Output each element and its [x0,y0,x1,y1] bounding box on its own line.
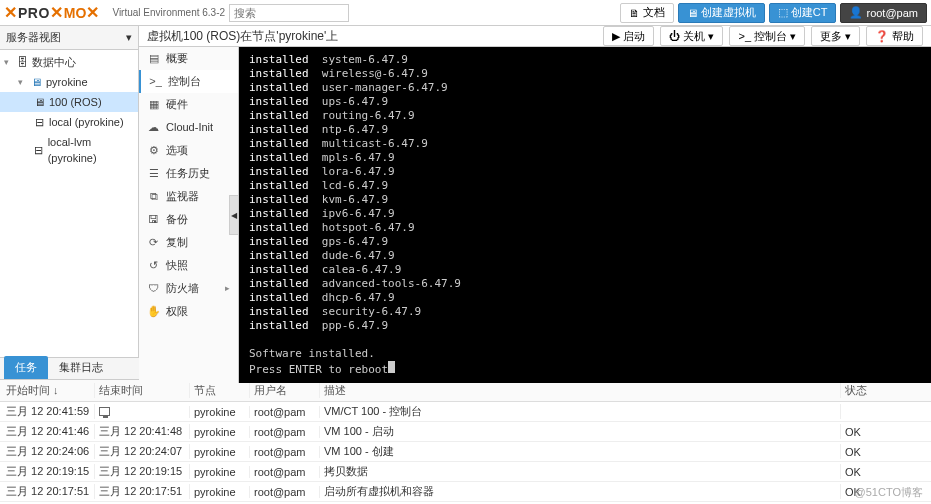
play-icon: ▶ [612,30,620,43]
task-row[interactable]: 三月 12 20:17:51三月 12 20:17:51pyrokineroot… [0,482,931,502]
chevron-right-icon: ▸ [225,281,230,296]
logo-text-2: MO [64,5,87,21]
breadcrumb-bar: 虚拟机100 (ROS)在节点'pyrokine'上 ▶启动 ⏻关机 ▾ >_控… [139,26,931,47]
save-icon: 🖫 [147,212,160,227]
col-user[interactable]: 用户名 [250,383,320,398]
col-desc[interactable]: 描述 [320,383,841,398]
tab-console[interactable]: >_控制台 [139,70,238,93]
task-row[interactable]: 三月 12 20:41:46三月 12 20:41:48pyrokineroot… [0,422,931,442]
monitor-icon: 🖥 [32,95,46,109]
tab-cluster-log[interactable]: 集群日志 [48,356,114,379]
tree-datacenter[interactable]: ▾🗄数据中心 [0,52,138,72]
hand-icon: ✋ [147,304,160,319]
documentation-button[interactable]: 🗎文档 [620,3,674,23]
tab-summary[interactable]: ▤概要 [139,47,238,70]
col-status[interactable]: 状态 [841,383,931,398]
list-icon: ☰ [147,166,160,181]
task-log-header: 开始时间 ↓ 结束时间 节点 用户名 描述 状态 [0,380,931,402]
tab-permissions[interactable]: ✋权限 [139,300,238,323]
version-label: Virtual Environment 6.3-2 [112,7,225,18]
collapse-sidebar-button[interactable]: ◀ [229,195,239,235]
help-icon: ❓ [875,30,889,43]
server-icon: 🖥 [29,75,43,89]
tab-tasks[interactable]: 任务 [4,356,48,379]
running-icon [99,407,110,416]
logo-x-icon-2: ✕ [50,3,63,22]
resource-tree-panel: 服务器视图 ▾ ▾🗄数据中心 ▾🖥pyrokine 🖥100 (ROS) ⊟lo… [0,26,139,357]
tree-storage-local[interactable]: ⊟local (pyrokine) [0,112,138,132]
chevron-down-icon: ▾ [845,30,851,43]
tab-monitor[interactable]: ⧉监视器 [139,185,238,208]
tab-firewall[interactable]: 🛡防火墙 ▸ [139,277,238,300]
tree-storage-local-lvm[interactable]: ⊟local-lvm (pyrokine) [0,132,138,168]
tab-cloudinit[interactable]: ☁Cloud-Init [139,116,238,139]
proxmox-logo: ✕ PRO ✕ MO ✕ [4,3,100,22]
power-icon: ⏻ [669,30,680,42]
logo-x-icon-3: ✕ [86,3,99,22]
help-button[interactable]: ❓帮助 [866,26,923,46]
cube-icon: ⬚ [778,6,788,19]
more-button[interactable]: 更多 ▾ [811,26,860,46]
chevron-down-icon: ▾ [790,30,796,43]
tab-snapshot[interactable]: ↺快照 [139,254,238,277]
search-input[interactable] [229,4,349,22]
sync-icon: ⟳ [147,235,160,250]
task-row[interactable]: 三月 12 20:41:59pyrokineroot@pamVM/CT 100 … [0,402,931,422]
vm-console[interactable]: installed system-6.47.9 installed wirele… [239,47,931,383]
col-start-time[interactable]: 开始时间 ↓ [0,383,95,398]
cloud-icon: ☁ [147,120,160,135]
create-vm-button[interactable]: 🖥创建虚拟机 [678,3,765,23]
resource-tree: ▾🗄数据中心 ▾🖥pyrokine 🖥100 (ROS) ⊟local (pyr… [0,50,138,357]
user-icon: 👤 [849,6,863,19]
task-row[interactable]: 三月 12 20:24:06三月 12 20:24:07pyrokineroot… [0,442,931,462]
datacenter-icon: 🗄 [15,55,29,69]
disk-icon: ⊟ [32,115,46,129]
monitor-icon: 🖥 [687,7,698,19]
tab-task-history[interactable]: ☰任务历史 [139,162,238,185]
tab-replication[interactable]: ⟳复制 [139,231,238,254]
chip-icon: ▦ [147,97,160,112]
gear-icon: ⚙ [147,143,160,158]
doc-icon: 🗎 [629,7,640,19]
view-selector[interactable]: 服务器视图 ▾ [0,26,138,50]
tree-node-pyrokine[interactable]: ▾🖥pyrokine [0,72,138,92]
start-button[interactable]: ▶启动 [603,26,654,46]
vm-side-tabs: ▤概要 >_控制台 ▦硬件 ☁Cloud-Init ⚙选项 ☰任务历史 ⧉监视器… [139,47,239,383]
note-icon: ▤ [147,51,160,66]
tab-options[interactable]: ⚙选项 [139,139,238,162]
chevron-down-icon: ▾ [126,31,132,44]
console-button[interactable]: >_控制台 ▾ [729,26,805,46]
create-ct-button[interactable]: ⬚创建CT [769,3,837,23]
tab-backup[interactable]: 🖫备份 [139,208,238,231]
user-menu-button[interactable]: 👤root@pam [840,3,927,23]
logo-x-icon: ✕ [4,3,17,22]
chevron-down-icon: ▾ [708,30,714,43]
disk-icon: ⊟ [32,143,45,157]
tab-hardware[interactable]: ▦硬件 [139,93,238,116]
view-label: 服务器视图 [6,30,61,45]
header-bar: ✕ PRO ✕ MO ✕ Virtual Environment 6.3-2 🗎… [0,0,931,26]
tree-vm-100[interactable]: 🖥100 (ROS) [0,92,138,112]
chart-icon: ⧉ [147,189,160,204]
shutdown-button[interactable]: ⏻关机 ▾ [660,26,723,46]
history-icon: ↺ [147,258,160,273]
col-end-time[interactable]: 结束时间 [95,383,190,398]
col-node[interactable]: 节点 [190,383,250,398]
logo-text-1: PRO [18,5,50,21]
breadcrumb-text: 虚拟机100 (ROS)在节点'pyrokine'上 [147,28,597,45]
task-row[interactable]: 三月 12 20:19:15三月 12 20:19:15pyrokineroot… [0,462,931,482]
terminal-icon: >_ [149,74,162,89]
shield-icon: 🛡 [147,281,160,296]
terminal-icon: >_ [738,30,751,42]
watermark-text: @51CTO博客 [855,485,923,500]
